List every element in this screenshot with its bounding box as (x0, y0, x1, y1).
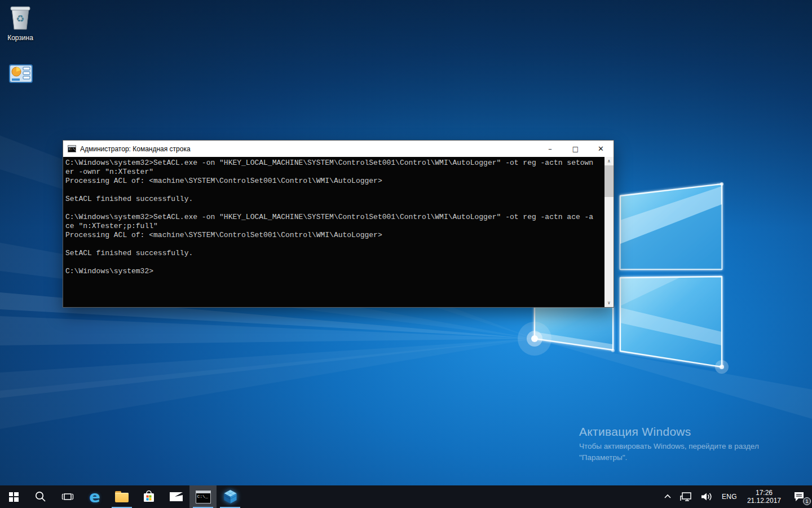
console-line (65, 240, 602, 249)
language-indicator[interactable]: ENG (717, 485, 742, 508)
search-icon (34, 491, 47, 503)
window-title: Администратор: Командная строка (80, 145, 191, 153)
close-button[interactable]: ✕ (588, 141, 614, 157)
console-scrollbar[interactable]: ∧ ∨ (604, 157, 614, 307)
admin-tool-icon (9, 64, 33, 84)
console-line (65, 186, 602, 195)
mail-icon (169, 491, 183, 502)
volume-icon[interactable] (696, 485, 717, 508)
windows-logo-icon (9, 492, 19, 502)
scrollbar-up-arrow[interactable]: ∧ (604, 157, 614, 165)
desktop-icon-recycle-bin[interactable]: ♻ Корзина (3, 5, 37, 42)
console-line (65, 258, 602, 267)
system-tray: ENG 17:26 21.12.2017 1 (659, 485, 812, 508)
console-line: C:\Windows\system32> (65, 267, 602, 276)
command-prompt-icon (196, 491, 211, 503)
taskbar-store-button[interactable] (135, 485, 162, 508)
console-line: er -ownr "n:XTester" (65, 168, 602, 177)
clock-time: 17:26 (756, 489, 773, 497)
tray-chevron-up-icon[interactable] (659, 485, 676, 508)
recycle-bin-label: Корзина (3, 34, 37, 42)
recycle-bin-icon: ♻ (8, 5, 33, 30)
console-line (65, 204, 602, 213)
edge-icon: e (89, 489, 100, 505)
console-line: Processing ACL of: <machine\SYSTEM\Contr… (65, 231, 602, 240)
notification-badge: 1 (803, 497, 811, 505)
taskbar-edge-button[interactable]: e (81, 485, 108, 508)
network-icon[interactable] (676, 485, 696, 508)
start-button[interactable] (0, 485, 27, 508)
blue-cube-icon (223, 489, 238, 505)
console-line: ce "n:XTester;p:full" (65, 222, 602, 231)
taskbar-mail-button[interactable] (162, 485, 189, 508)
taskbar: e (0, 485, 812, 508)
taskbar-cmd-button[interactable] (189, 485, 217, 508)
file-explorer-icon (115, 493, 129, 502)
scrollbar-track[interactable] (604, 165, 614, 299)
console-line: SetACL finished successfully. (65, 249, 602, 258)
taskbar-cube-app-button[interactable] (217, 485, 244, 508)
console-output[interactable]: C:\Windows\system32>SetACL.exe -on "HKEY… (63, 157, 614, 307)
task-view-button[interactable] (54, 485, 81, 508)
taskbar-explorer-button[interactable] (108, 485, 135, 508)
cmd-window-icon (68, 145, 76, 152)
svg-text:♻: ♻ (16, 13, 24, 24)
task-view-icon (61, 491, 74, 503)
desktop-icon-admin-tool[interactable] (8, 64, 34, 86)
taskbar-clock[interactable]: 17:26 21.12.2017 (742, 485, 786, 508)
command-prompt-window: Администратор: Командная строка – □ ✕ C:… (63, 140, 614, 308)
console-line: C:\Windows\system32>SetACL.exe -on "HKEY… (65, 213, 602, 222)
console-line: Processing ACL of: <machine\SYSTEM\Contr… (65, 177, 602, 186)
action-center-button[interactable]: 1 (786, 485, 812, 508)
maximize-button[interactable]: □ (563, 141, 588, 157)
console-line: SetACL finished successfully. (65, 195, 602, 204)
store-icon (142, 489, 156, 504)
clock-date: 21.12.2017 (747, 497, 781, 505)
scrollbar-thumb[interactable] (604, 165, 614, 197)
window-titlebar[interactable]: Администратор: Командная строка – □ ✕ (63, 141, 614, 157)
scrollbar-down-arrow[interactable]: ∨ (604, 299, 614, 307)
minimize-button[interactable]: – (537, 141, 563, 157)
console-line: C:\Windows\system32>SetACL.exe -on "HKEY… (65, 159, 602, 168)
window-controls: – □ ✕ (537, 141, 614, 157)
taskbar-search-button[interactable] (27, 485, 54, 508)
